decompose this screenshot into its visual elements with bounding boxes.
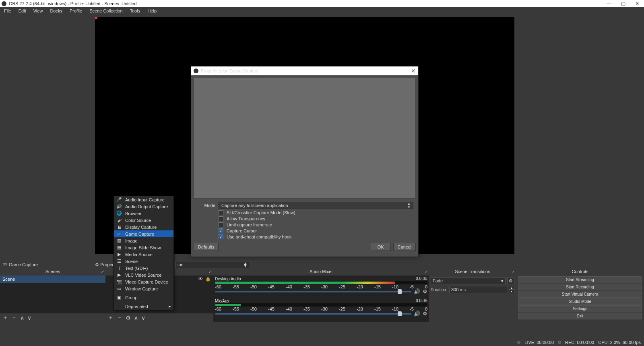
properties-dialog: Properties for 'Game Capture' ✕ Mode Cap… <box>191 66 419 257</box>
remove-scene-button[interactable]: － <box>11 314 17 321</box>
chevron-right-icon: ▸ <box>169 304 171 309</box>
remove-source-button[interactable]: － <box>117 314 122 321</box>
meter-scale: -60-55-50 -45-40-35 -30-25-20 -15-10-5 0 <box>215 284 427 288</box>
start-streaming-button[interactable]: Start Streaming <box>518 276 642 283</box>
menu-audio-output-capture[interactable]: 🔊Audio Output Capture <box>114 203 173 210</box>
move-down-button[interactable]: ∨ <box>27 315 31 321</box>
brush-icon: 🖌 <box>116 218 122 223</box>
transition-override-dropdown[interactable]: ion ▲▼ <box>175 261 250 268</box>
studio-mode-button[interactable]: Studio Mode <box>518 298 642 305</box>
speaker-icon[interactable]: 🔊 <box>414 311 420 317</box>
popout-icon[interactable]: ↗ <box>208 269 212 274</box>
gear-icon: ⚙ <box>95 262 99 267</box>
add-source-button[interactable]: ＋ <box>108 314 114 321</box>
menu-browser[interactable]: 🌐Browser <box>114 210 173 217</box>
globe-icon: 🌐 <box>116 211 122 216</box>
move-up-button[interactable]: ∧ <box>20 315 24 321</box>
transitions-header: Scene Transitions ↗ <box>429 268 516 276</box>
mode-select[interactable]: Capture any fullscreen application ▲▼ <box>219 202 413 209</box>
menu-scene[interactable]: ☰Scene <box>114 258 173 265</box>
transition-select[interactable]: Fade ▾ <box>431 277 506 284</box>
close-button[interactable]: ✕ <box>635 1 639 6</box>
move-up-button[interactable]: ∧ <box>134 315 138 321</box>
anticheat-checkbox[interactable]: ✓ <box>219 234 223 239</box>
menu-display-capture[interactable]: 🖥Display Capture <box>114 224 173 230</box>
limit-framerate-checkbox[interactable] <box>219 222 223 227</box>
transparency-checkbox[interactable] <box>219 216 223 221</box>
defaults-button[interactable]: Defaults <box>194 243 219 251</box>
volume-slider[interactable] <box>215 313 411 315</box>
ok-button[interactable]: OK <box>371 243 391 251</box>
rec-indicator-icon <box>558 341 561 344</box>
menu-image[interactable]: ▧Image <box>114 237 173 244</box>
menu-edit[interactable]: Edit <box>17 8 28 13</box>
source-properties-button[interactable]: ⚙ <box>126 315 131 321</box>
live-status: LIVE: 00:00:00 <box>524 340 554 345</box>
controls-header: Controls <box>516 268 644 276</box>
dialog-preview <box>194 78 416 199</box>
menu-media-source[interactable]: ▶Media Source <box>114 251 173 258</box>
text-icon: T <box>116 266 122 271</box>
menu-docks[interactable]: Docks <box>48 8 64 13</box>
minimize-button[interactable]: — <box>607 1 611 6</box>
menu-image-slide-show[interactable]: ▤Image Slide Show <box>114 244 173 251</box>
menu-group[interactable]: ▣Group <box>114 294 173 301</box>
popout-icon[interactable]: ↗ <box>511 269 514 274</box>
titlebar: OBS 27.2.4 (64-bit, windows) - Profile: … <box>0 0 644 7</box>
add-source-menu: 🎤Audio Input Capture 🔊Audio Output Captu… <box>114 196 174 310</box>
popout-icon[interactable]: ↗ <box>101 269 104 274</box>
play-icon: ▶ <box>116 272 122 278</box>
menu-tools[interactable]: Tools <box>128 8 142 13</box>
settings-button[interactable]: Settings <box>518 305 642 312</box>
capture-cursor-checkbox[interactable]: ✓ <box>219 228 223 233</box>
meter-scale: -60-55-50 -45-40-35 -30-25-20 -15-10-5 0 <box>215 307 427 310</box>
menu-game-capture[interactable]: ∞Game Capture <box>114 230 173 237</box>
gear-icon[interactable]: ⚙ <box>423 311 427 317</box>
dialog-close-button[interactable]: ✕ <box>411 68 416 74</box>
menu-view[interactable]: View <box>32 8 45 13</box>
menu-audio-input-capture[interactable]: 🎤Audio Input Capture <box>114 196 173 203</box>
add-scene-button[interactable]: ＋ <box>2 314 8 321</box>
cancel-button[interactable]: Cancel <box>393 243 416 251</box>
transition-settings-button[interactable]: ⚙ <box>507 277 514 284</box>
dialog-title: Properties for 'Game Capture' <box>201 68 259 73</box>
duration-spinner[interactable]: ▲▼ <box>509 286 514 293</box>
menu-profile[interactable]: Profile <box>68 8 84 13</box>
menu-text-gdi[interactable]: TText (GDI+) <box>114 265 173 271</box>
menu-deprecated[interactable]: Deprecated▸ <box>114 303 173 310</box>
spin-icon: ▲▼ <box>243 263 248 267</box>
menu-video-capture-device[interactable]: 📷Video Capture Device <box>114 278 173 285</box>
menu-file[interactable]: File <box>2 8 13 13</box>
gear-icon[interactable]: ⚙ <box>423 288 427 294</box>
menubar: File Edit View Docks Profile Scene Colle… <box>0 7 644 15</box>
start-virtual-camera-button[interactable]: Start Virtual Camera <box>518 291 642 298</box>
speaker-icon: 🔊 <box>116 204 122 209</box>
capture-cursor-label: Capture Cursor <box>227 228 257 233</box>
menu-vlc-video-source[interactable]: ▶VLC Video Source <box>114 271 173 278</box>
image-icon: ▧ <box>116 238 122 243</box>
start-recording-button[interactable]: Start Recording <box>518 284 642 290</box>
volume-slider[interactable] <box>215 291 411 292</box>
game-icon: ∞ <box>116 232 122 236</box>
scene-item[interactable]: Scene <box>0 276 105 283</box>
dialog-titlebar[interactable]: Properties for 'Game Capture' ✕ <box>191 66 418 75</box>
move-down-button[interactable]: ∨ <box>141 315 145 321</box>
menu-help[interactable]: Help <box>146 8 158 13</box>
speaker-icon[interactable]: 🔊 <box>414 288 420 294</box>
selection-handle[interactable] <box>95 17 97 19</box>
scenes-header: Scenes ↗ <box>0 268 105 276</box>
popout-icon[interactable]: ↗ <box>424 269 427 274</box>
audio-meter <box>215 281 427 284</box>
lock-icon[interactable]: 🔒 <box>205 276 211 282</box>
sli-checkbox[interactable] <box>219 210 223 215</box>
menu-color-source[interactable]: 🖌Color Source <box>114 217 173 224</box>
menu-scene-collection[interactable]: Scene Collection <box>88 8 124 13</box>
eye-icon[interactable]: 👁 <box>198 276 203 282</box>
maximize-button[interactable]: ▢ <box>621 1 625 6</box>
rec-status: REC: 00:00:00 <box>565 340 594 345</box>
duration-input[interactable]: 300 ms <box>449 286 507 293</box>
menu-window-capture[interactable]: ▭Window Capture <box>114 285 173 292</box>
exit-button[interactable]: Exit <box>518 313 642 319</box>
list-icon: ☰ <box>116 259 122 264</box>
mixer-header: Audio Mixer ↗ <box>213 268 429 276</box>
